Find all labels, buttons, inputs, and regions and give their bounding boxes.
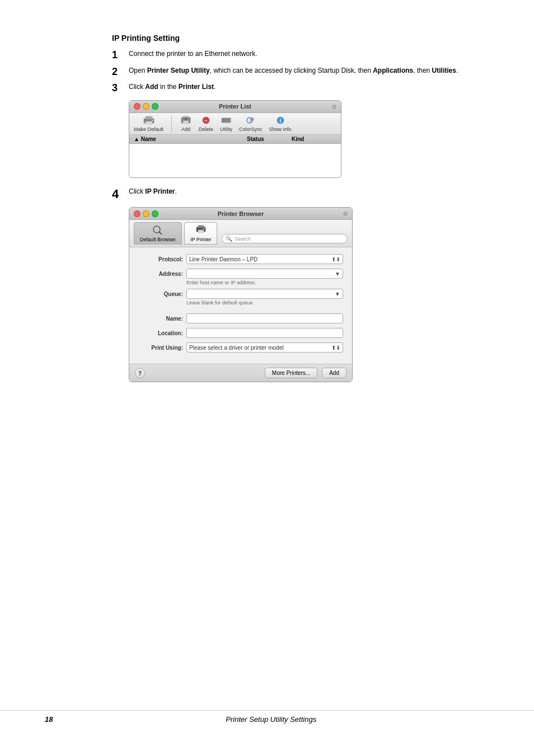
add-icon: +	[180, 115, 192, 125]
print-using-dropdown[interactable]: Please select a driver or printer model …	[186, 342, 343, 353]
svg-text:+: +	[185, 116, 188, 121]
svg-rect-1	[146, 116, 152, 119]
protocol-dropdown[interactable]: Line Printer Daemon – LPD ⬆⬇	[186, 254, 343, 264]
address-hint: Enter host name or IP address.	[186, 280, 343, 285]
step-4-text: Click IP Printer.	[129, 187, 489, 196]
protocol-row: Protocol: Line Printer Daemon – LPD ⬆⬇	[138, 254, 343, 264]
browser-close-button[interactable]	[134, 210, 140, 217]
step-4: 4 Click IP Printer.	[112, 187, 489, 201]
browser-bottom-bar: ? More Printers... Add	[129, 364, 352, 382]
printer-icon	[143, 115, 155, 125]
protocol-label: Protocol:	[138, 256, 183, 262]
browser-minimize-button[interactable]	[143, 210, 149, 217]
step-1-text: Connect the printer to an Ethernet netwo…	[129, 49, 489, 59]
browser-window-controls	[134, 210, 158, 217]
tab-default-browser[interactable]: Default Browser	[134, 222, 182, 245]
toolbar-separator-1	[171, 115, 172, 132]
search-placeholder: Search	[235, 236, 251, 242]
svg-text:i: i	[279, 118, 281, 124]
name-row: Name:	[138, 313, 343, 323]
address-label: Address:	[138, 271, 183, 277]
show-info-button[interactable]: i Show Info	[269, 115, 292, 132]
page: IP Printing Setting 1 Connect the printe…	[0, 0, 534, 756]
step-1-number: 1	[112, 49, 125, 62]
tab-default-browser-label: Default Browser	[140, 237, 176, 242]
step-3-text: Click Add in the Printer List.	[129, 82, 489, 92]
printer-list-window: Printer List ⊙ Make Default	[129, 100, 341, 178]
window-controls	[134, 103, 158, 110]
ip-printer-icon	[195, 224, 207, 236]
svg-point-13	[251, 118, 254, 121]
tab-ip-printer[interactable]: IP Printer	[184, 222, 217, 245]
utility-icon	[220, 115, 232, 125]
page-footer: 18 Printer Setup Utility Settings	[0, 710, 534, 728]
queue-input[interactable]: ▼	[186, 289, 343, 299]
svg-text:−: −	[204, 118, 208, 124]
more-printers-button[interactable]: More Printers...	[265, 368, 317, 378]
location-input[interactable]	[186, 328, 343, 338]
svg-line-17	[159, 232, 162, 234]
address-arrow: ▼	[335, 271, 340, 277]
colorsync-icon	[245, 115, 257, 125]
footer-page-number: 18	[45, 715, 53, 724]
footer-title: Printer Setup Utility Settings	[53, 715, 489, 724]
browser-title: Printer Browser	[218, 210, 264, 217]
tab-ip-printer-label: IP Printer	[190, 237, 211, 242]
utility-button[interactable]: Utility	[220, 115, 232, 132]
address-input[interactable]: ▼	[186, 269, 343, 279]
colorsync-button[interactable]: ColorSync	[239, 115, 263, 132]
default-browser-icon	[152, 224, 164, 236]
col-status-header: Status	[247, 136, 292, 142]
show-info-label: Show Info	[269, 126, 292, 132]
svg-rect-19	[198, 226, 204, 228]
name-label: Name:	[138, 316, 183, 322]
utility-label: Utility	[220, 126, 232, 132]
printer-browser-window: Printer Browser ⊙ Default Browser	[129, 207, 353, 382]
close-button[interactable]	[134, 103, 140, 110]
protocol-stepper: ⬆⬇	[331, 256, 340, 262]
printer-list-title: Printer List	[219, 103, 251, 110]
form-area: Protocol: Line Printer Daemon – LPD ⬆⬇ A…	[129, 247, 352, 364]
help-button[interactable]: ?	[135, 368, 145, 378]
form-divider	[138, 309, 343, 313]
browser-resize-icon: ⊙	[343, 210, 348, 217]
colorsync-label: ColorSync	[239, 126, 263, 132]
add-printer-button[interactable]: Add	[322, 368, 346, 378]
make-default-button[interactable]: Make Default	[134, 115, 163, 132]
resize-icon: ⊙	[332, 104, 336, 110]
browser-toolbar: Default Browser IP Printer 🔍 Search	[129, 220, 352, 247]
name-input[interactable]	[186, 313, 343, 323]
maximize-button[interactable]	[152, 103, 158, 110]
printer-list-titlebar: Printer List ⊙	[129, 101, 341, 113]
protocol-value: Line Printer Daemon – LPD	[189, 256, 257, 262]
delete-icon: −	[200, 115, 212, 125]
col-name-header: ▲ Name	[134, 136, 247, 142]
queue-row: Queue: ▼	[138, 289, 343, 299]
search-bar[interactable]: 🔍 Search	[222, 234, 348, 243]
col-kind-header: Kind	[292, 136, 336, 142]
minimize-button[interactable]	[143, 103, 149, 110]
delete-button[interactable]: − Delete	[199, 115, 213, 132]
step-3-number: 3	[112, 82, 125, 95]
step-3: 3 Click Add in the Printer List.	[112, 82, 489, 95]
step-4-number: 4	[112, 187, 125, 201]
browser-maximize-button[interactable]	[152, 210, 158, 217]
add-button[interactable]: + Add	[180, 115, 192, 132]
browser-titlebar: Printer Browser ⊙	[129, 208, 352, 220]
step-2-text: Open Printer Setup Utility, which can be…	[129, 66, 489, 76]
location-row: Location:	[138, 328, 343, 338]
step-2-number: 2	[112, 66, 125, 78]
svg-point-21	[203, 228, 204, 229]
print-using-stepper: ⬆⬇	[331, 345, 340, 351]
queue-label: Queue:	[138, 291, 183, 297]
section-title: IP Printing Setting	[112, 34, 489, 43]
step-2: 2 Open Printer Setup Utility, which can …	[112, 66, 489, 78]
queue-arrow: ▼	[335, 291, 340, 297]
svg-point-3	[152, 120, 153, 121]
svg-rect-2	[146, 121, 152, 124]
location-label: Location:	[138, 330, 183, 336]
printer-list-toolbar: Make Default + Add	[129, 113, 341, 135]
queue-hint: Leave blank for default queue.	[186, 300, 343, 306]
delete-label: Delete	[199, 126, 213, 132]
svg-rect-20	[198, 230, 204, 233]
